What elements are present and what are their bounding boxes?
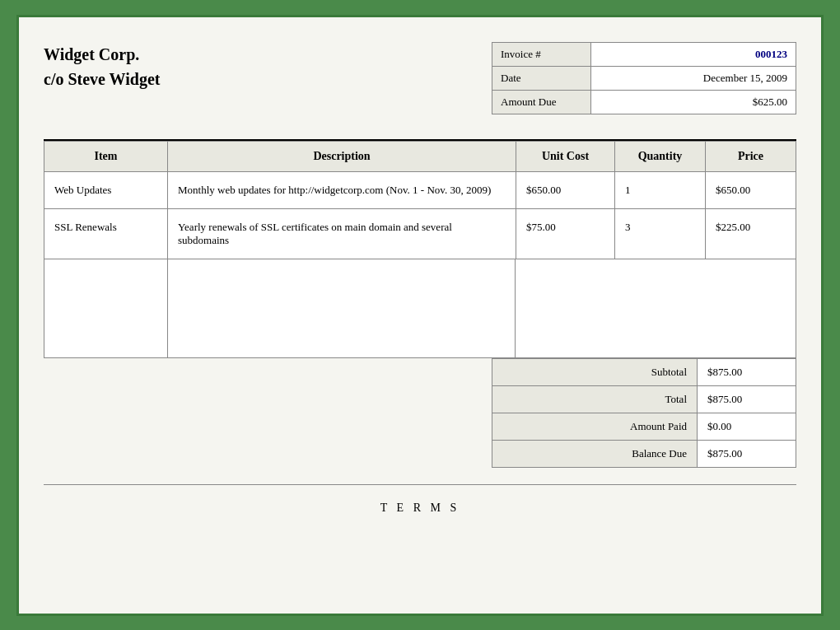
amount-due-label: Amount Due bbox=[492, 90, 591, 114]
balance-due-label: Balance Due bbox=[492, 440, 698, 467]
item-price: $650.00 bbox=[706, 171, 796, 208]
date-value: December 15, 2009 bbox=[591, 66, 796, 90]
amount-due-row: Amount Due $625.00 bbox=[492, 90, 796, 114]
empty-col-right bbox=[516, 259, 796, 357]
total-label: Total bbox=[492, 385, 698, 413]
balance-due-value: $875.00 bbox=[698, 440, 796, 467]
terms-footer: T E R M S bbox=[44, 484, 796, 523]
total-row: Total $875.00 bbox=[492, 385, 796, 413]
summary-section: Subtotal $875.00 Total $875.00 Amount Pa… bbox=[44, 358, 796, 468]
subtotal-label: Subtotal bbox=[492, 358, 698, 385]
subtotal-value: $875.00 bbox=[698, 358, 796, 385]
invoice-document: Widget Corp. c/o Steve Widget Invoice # … bbox=[16, 15, 824, 616]
items-table: Item Description Unit Cost Quantity Pric… bbox=[44, 141, 796, 259]
invoice-number-label: Invoice # bbox=[492, 42, 591, 66]
item-price: $225.00 bbox=[706, 208, 796, 259]
summary-table: Subtotal $875.00 Total $875.00 Amount Pa… bbox=[492, 358, 796, 468]
amount-paid-value: $0.00 bbox=[698, 413, 796, 440]
empty-col-item bbox=[44, 259, 168, 357]
col-header-price: Price bbox=[706, 141, 796, 171]
subtotal-row: Subtotal $875.00 bbox=[492, 358, 796, 385]
invoice-number-value: 000123 bbox=[591, 42, 796, 66]
company-care-of: c/o Steve Widget bbox=[44, 67, 160, 91]
col-header-item: Item bbox=[44, 141, 168, 171]
item-description: Monthly web updates for http://widgetcor… bbox=[168, 171, 516, 208]
col-header-quantity: Quantity bbox=[615, 141, 706, 171]
invoice-header: Widget Corp. c/o Steve Widget Invoice # … bbox=[44, 42, 796, 114]
date-row: Date December 15, 2009 bbox=[492, 66, 796, 90]
table-row: Web Updates Monthly web updates for http… bbox=[44, 171, 796, 208]
item-name: Web Updates bbox=[44, 171, 168, 208]
col-header-unit-cost: Unit Cost bbox=[516, 141, 615, 171]
table-header-row: Item Description Unit Cost Quantity Pric… bbox=[44, 141, 796, 171]
item-name: SSL Renewals bbox=[44, 208, 168, 259]
item-unit-cost: $75.00 bbox=[516, 208, 615, 259]
invoice-number-row: Invoice # 000123 bbox=[492, 42, 796, 66]
table-row: SSL Renewals Yearly renewals of SSL cert… bbox=[44, 208, 796, 259]
balance-due-row: Balance Due $875.00 bbox=[492, 440, 796, 467]
item-quantity: 3 bbox=[615, 208, 706, 259]
terms-label: T E R M S bbox=[380, 502, 460, 514]
empty-col-description bbox=[168, 259, 516, 357]
invoice-meta-table: Invoice # 000123 Date December 15, 2009 … bbox=[492, 42, 796, 114]
amount-paid-label: Amount Paid bbox=[492, 413, 698, 440]
item-description: Yearly renewals of SSL certificates on m… bbox=[168, 208, 516, 259]
empty-rows-area bbox=[44, 259, 796, 358]
amount-due-value: $625.00 bbox=[591, 90, 796, 114]
item-unit-cost: $650.00 bbox=[516, 171, 615, 208]
col-header-description: Description bbox=[168, 141, 516, 171]
company-info: Widget Corp. c/o Steve Widget bbox=[44, 42, 160, 91]
item-quantity: 1 bbox=[615, 171, 706, 208]
total-value: $875.00 bbox=[698, 385, 796, 413]
amount-paid-row: Amount Paid $0.00 bbox=[492, 413, 796, 440]
company-name: Widget Corp. bbox=[44, 42, 160, 67]
date-label: Date bbox=[492, 66, 591, 90]
